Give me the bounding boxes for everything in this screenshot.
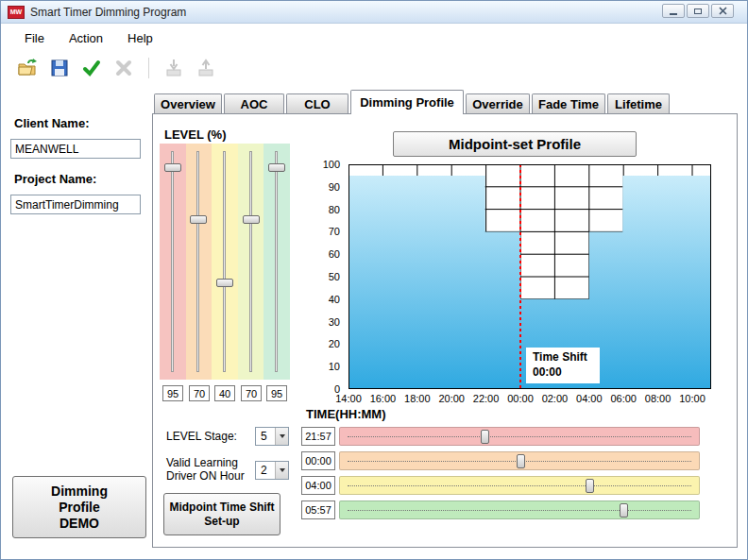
level-slider-track [275, 151, 278, 372]
demo-button-line: DEMO [13, 516, 145, 532]
tab-dimming-profile[interactable]: Dimming Profile [350, 90, 464, 114]
level-value-box: 70 [241, 385, 262, 401]
close-icon [719, 7, 727, 15]
tab-overview[interactable]: Overview [154, 93, 222, 113]
y-tick-label: 10 [329, 361, 340, 372]
app-logo-icon: MW [8, 6, 25, 19]
cancel-button[interactable] [110, 56, 137, 80]
time-value-box: 05:57 [301, 501, 335, 519]
y-tick-label: 30 [329, 316, 340, 328]
level-slider[interactable] [238, 144, 264, 380]
menu-file[interactable]: File [12, 27, 57, 49]
time-slider-thumb[interactable] [586, 479, 594, 493]
tab-clo[interactable]: CLO [286, 93, 348, 113]
time-slider[interactable] [339, 501, 700, 519]
y-tick-label: 90 [329, 181, 340, 193]
dimming-profile-panel: LEVEL (%) 95 70 [152, 113, 738, 548]
level-slider-track [223, 151, 226, 372]
level-value-box: 70 [189, 385, 210, 401]
tab-override[interactable]: Override [466, 93, 530, 113]
x-tick-label: 02:00 [536, 393, 573, 404]
level-slider[interactable] [186, 144, 212, 380]
maximize-button[interactable] [687, 4, 709, 18]
level-slider-thumb[interactable] [268, 163, 285, 172]
level-slider[interactable] [160, 144, 186, 380]
y-tick-label: 40 [329, 294, 340, 305]
level-panel-title: LEVEL (%) [164, 127, 227, 142]
menu-action[interactable]: Action [57, 27, 115, 49]
time-panel-title: TIME(HH:MM) [306, 407, 385, 421]
chevron-down-icon [275, 462, 288, 479]
time-shift-label: Time Shift [533, 349, 600, 365]
time-slider-thumb[interactable] [517, 454, 525, 468]
x-tick-label: 04:00 [570, 393, 608, 404]
level-slider-thumb[interactable] [164, 163, 181, 172]
valid-learning-label-line: Valid Learning [166, 456, 245, 469]
open-button[interactable] [14, 56, 41, 80]
level-slider-track [196, 151, 199, 372]
dimming-profile-demo-button[interactable]: Dimming Profile DEMO [12, 476, 146, 538]
toolbar [1, 52, 747, 84]
level-slider-thumb[interactable] [216, 279, 233, 287]
level-value-box: 95 [266, 385, 287, 401]
time-slider[interactable] [339, 476, 700, 495]
tab-fade-time[interactable]: Fade Time [532, 93, 605, 113]
window-controls [662, 4, 734, 18]
time-value-box: 04:00 [301, 476, 335, 495]
level-slider-thumb[interactable] [243, 215, 260, 224]
client-name-input[interactable] [10, 139, 141, 159]
time-shift-annotation: Time Shift 00:00 [526, 348, 600, 383]
window-title: Smart Timer Dimming Program [30, 6, 186, 19]
x-tick-label: 22:00 [468, 393, 505, 404]
level-slider[interactable] [212, 144, 238, 380]
x-tick-label: 06:00 [604, 393, 642, 404]
x-tick-label: 14:00 [330, 393, 367, 404]
level-slider-track [171, 151, 174, 372]
apply-button[interactable] [78, 56, 105, 80]
chevron-down-icon [275, 428, 288, 445]
menu-bar: File Action Help [1, 24, 747, 52]
minimize-button[interactable] [662, 4, 685, 18]
tab-lifetime[interactable]: Lifetime [607, 93, 670, 113]
valid-learning-value: 2 [256, 462, 275, 479]
time-slider[interactable] [339, 427, 700, 446]
demo-button-line: Profile [13, 500, 145, 516]
time-shift-value: 00:00 [533, 365, 600, 380]
minimize-icon [670, 13, 677, 15]
toolbar-separator [148, 58, 149, 78]
level-stage-label: LEVEL Stage: [166, 430, 237, 443]
level-slider[interactable] [264, 144, 290, 380]
midpoint-button-line: Midpoint Time Shift [164, 501, 280, 515]
save-button[interactable] [46, 56, 73, 80]
x-tick-label: 10:00 [673, 393, 711, 404]
download-arrow-icon [163, 58, 184, 78]
close-button[interactable] [711, 4, 734, 18]
y-tick-label: 20 [329, 338, 340, 349]
time-slider-thumb[interactable] [620, 503, 628, 518]
time-slider-thumb[interactable] [481, 430, 489, 444]
y-tick-label: 100 [323, 159, 340, 170]
y-tick-label: 70 [329, 226, 340, 237]
valid-learning-select[interactable]: 2 [255, 461, 289, 480]
x-tick-label: 16:00 [364, 393, 401, 404]
tab-aoc[interactable]: AOC [224, 93, 284, 113]
time-slider[interactable] [339, 451, 700, 470]
read-device-button[interactable] [161, 56, 187, 80]
time-value-box: 00:00 [301, 451, 335, 470]
x-tick-label: 00:00 [502, 393, 539, 404]
valid-learning-label-line: Driver ON Hour [166, 469, 245, 483]
level-stage-select[interactable]: 5 [255, 427, 289, 446]
midpoint-set-profile-button[interactable]: Midpoint-set Profile [393, 131, 637, 157]
menu-help[interactable]: Help [115, 27, 165, 49]
midpoint-time-shift-setup-button[interactable]: Midpoint Time Shift Set-up [163, 493, 280, 535]
upload-arrow-icon [196, 58, 216, 78]
project-name-label: Project Name: [14, 172, 96, 186]
save-floppy-icon [49, 58, 70, 78]
write-device-button[interactable] [193, 56, 219, 80]
check-icon [81, 58, 102, 78]
level-slider-thumb[interactable] [190, 215, 207, 224]
x-tick-label: 08:00 [639, 393, 677, 404]
time-slider-track [348, 510, 691, 511]
project-name-input[interactable] [10, 195, 141, 214]
x-icon [113, 58, 134, 78]
